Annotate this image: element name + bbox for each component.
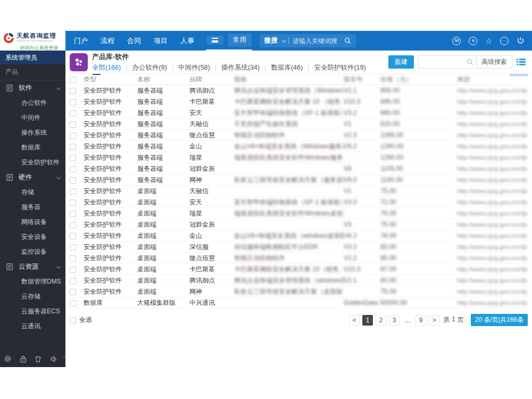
shirt-theme-icon[interactable] [34, 355, 42, 363]
tab-4[interactable]: 操作系统(34) [210, 63, 260, 74]
sidebar-item-1-2[interactable]: 中间件 [0, 110, 65, 125]
tab-2[interactable]: 办公软件(9) [121, 63, 167, 74]
table-row[interactable]: 安全防护软件桌面端深信服深信服终端检测响应平台EDRV3.280.00http:… [70, 242, 528, 253]
search-icon[interactable] [344, 37, 351, 44]
row-checkbox[interactable] [70, 200, 76, 206]
table-row[interactable]: 安全防护软件服务器端安天安天智甲终端防御系统（GF-1 标准版）V3.2880.… [70, 107, 528, 119]
nav-item-1[interactable]: 门户 [74, 36, 88, 46]
table-row[interactable]: 安全防护软件桌面端腾讯御点腾讯企业终端安全管理系统（windows版）V2.1V… [70, 275, 528, 286]
sidebar-group-3[interactable]: 云资源 [0, 259, 65, 274]
tab-5[interactable]: 数据库(46) [260, 63, 303, 74]
per-page-selector[interactable]: 20 条/页|共166条 [471, 314, 528, 326]
table-row[interactable]: 安全防护软件服务器端腾讯御点腾讯企业终端安全管理系统（Windows版）V2.1… [70, 85, 528, 96]
table-row[interactable]: 安全防护软件桌面端冠群金辰V375.00http://www.zjcg.gov.… [70, 219, 528, 230]
row-checkbox[interactable] [70, 289, 76, 295]
table-row[interactable]: 安全防护软件桌面端微点佰慧智能主动防御软件V2.285.00http://www… [70, 253, 528, 264]
chevron-down-icon[interactable] [281, 38, 286, 42]
star-icon[interactable]: ☆ [485, 37, 492, 45]
sidebar-group-2[interactable]: 硬件 [0, 170, 65, 185]
sidebar-item-2-2[interactable]: 服务器 [0, 200, 65, 214]
row-checkbox[interactable] [70, 222, 76, 228]
advanced-search-button[interactable]: 高级搜索 [476, 56, 512, 68]
sidebar-item-2-3[interactable]: 网络设备 [0, 214, 65, 229]
row-checkbox[interactable] [70, 88, 76, 94]
sidebar-item-1-1[interactable]: 办公软件 [0, 95, 65, 110]
table-row[interactable]: 安全防护软件服务器端网神私有云三级等保安全解决方案（服务器版）V6.01190.… [70, 174, 528, 186]
tab-1[interactable]: 全部(166) [92, 63, 121, 74]
row-checkbox[interactable] [70, 188, 76, 195]
sidebar-item-3-1[interactable]: 数据管理DMS [0, 274, 65, 289]
row-checkbox[interactable] [70, 121, 76, 128]
row-checkbox[interactable] [70, 166, 76, 172]
table-row[interactable]: 安全防护软件桌面端网神私有云三级等保安全解决方案（桌面版）75.00http:/… [70, 286, 528, 297]
sidebar-role-header[interactable]: 系统管理员 [0, 51, 65, 64]
search-input[interactable] [293, 37, 340, 45]
row-checkbox[interactable] [70, 211, 76, 217]
row-checkbox[interactable] [70, 233, 76, 239]
sidebar-item-3-3[interactable]: 云服务器ECS [0, 304, 65, 319]
table-search-input[interactable] [419, 56, 476, 68]
scrollbar-thumb[interactable] [510, 74, 528, 76]
power-icon[interactable] [517, 37, 525, 45]
page-button-2[interactable]: 2 [376, 315, 386, 326]
lock-icon[interactable] [20, 355, 27, 363]
row-checkbox[interactable] [70, 99, 76, 105]
messenger-m-icon[interactable]: M [452, 37, 461, 45]
row-checkbox[interactable] [70, 132, 76, 139]
list-view-icon[interactable] [517, 58, 526, 66]
table-row[interactable]: 安全防护软件服务器端冠群金辰V81105.00http://www.zjcg.g… [70, 163, 528, 174]
table-row[interactable]: 安全防护软件服务器端瑞星瑞星虚拟化系统安全软件Windows服务器版1290.0… [70, 152, 528, 163]
page-button-9[interactable]: 9 [415, 315, 426, 326]
row-checkbox[interactable] [70, 300, 76, 306]
nav-menu-button[interactable] [206, 36, 223, 45]
sidebar-item-1-5[interactable]: 安全防护软件 [0, 155, 65, 170]
table-row[interactable]: 安全防护软件服务器端卡巴斯基卡巴斯基网络安全解决方案 10 （销售…V10.38… [70, 96, 528, 107]
table-row[interactable]: 安全防护软件桌面端安天安天智甲终端防御系统（GF-1 标准版）V3.072.00… [70, 197, 528, 208]
table-row[interactable]: 安全防护软件服务器端金山金山V8+终端安全系统（Windows服务器版）V6.2… [70, 141, 528, 152]
tab-3[interactable]: 中间件(58) [167, 63, 210, 74]
select-all-checkbox[interactable] [70, 317, 76, 323]
sidebar-item-1-3[interactable]: 操作系统 [0, 125, 65, 140]
nav-favorites-tab[interactable]: 常用 [228, 34, 252, 47]
row-checkbox[interactable] [70, 144, 76, 150]
row-checkbox[interactable] [70, 278, 76, 284]
sidebar-collapse-icon[interactable]: ‹ [63, 354, 65, 360]
row-checkbox[interactable] [70, 255, 76, 262]
table-row[interactable]: 数据库大规模集群版中兴通讯GoldenData s…50000.00http:/… [70, 297, 528, 309]
search-scope-label[interactable]: 微搜 [264, 36, 278, 45]
select-all[interactable]: 全选 [70, 315, 92, 325]
sidebar-group-1[interactable]: 软件 [0, 80, 65, 95]
tab-6[interactable]: 安全防护软件(19) [303, 63, 365, 74]
gear-icon[interactable] [4, 355, 12, 363]
prev-page-button[interactable]: < [349, 315, 360, 326]
row-checkbox[interactable] [70, 244, 76, 251]
chat-e-icon[interactable]: e [469, 37, 477, 45]
speaker-icon[interactable] [50, 355, 58, 363]
table-row[interactable]: 安全防护软件桌面端金山金山V8+终端安全系统（windows桌面版）V6.276… [70, 230, 528, 242]
row-checkbox[interactable] [70, 155, 76, 161]
next-page-button[interactable]: > [429, 315, 439, 326]
more-icon[interactable]: ··· [500, 37, 509, 45]
header-checkbox[interactable] [70, 77, 76, 83]
row-checkbox[interactable] [70, 267, 76, 273]
sidebar-item-3-4[interactable]: 云通讯 [0, 319, 65, 334]
nav-item-3[interactable]: 合同 [127, 36, 141, 46]
nav-item-5[interactable]: 人事 [180, 36, 194, 46]
row-checkbox[interactable] [70, 177, 76, 184]
sidebar-item-2-1[interactable]: 存储 [0, 185, 65, 200]
sidebar-item-2-5[interactable]: 监控设备 [0, 244, 65, 259]
table-row[interactable]: 安全防护软件桌面端瑞星瑞星虚拟化系统安全软件Windows桌面版75.00htt… [70, 208, 528, 219]
nav-item-2[interactable]: 流程 [101, 36, 114, 46]
page-button-3[interactable]: 3 [389, 315, 400, 326]
nav-item-4[interactable]: 项目 [154, 36, 168, 46]
sidebar-item-1-4[interactable]: 数据库 [0, 140, 65, 155]
sidebar-item-2-4[interactable]: 安全设备 [0, 229, 65, 244]
new-button[interactable]: 新建 [388, 55, 414, 69]
sidebar-item-3-2[interactable]: 云存储 [0, 289, 65, 304]
row-checkbox[interactable] [70, 110, 76, 117]
table-row[interactable]: 安全防护软件桌面端卡巴斯基卡巴斯基网络安全解决方案 10（销售… +10…V10… [70, 264, 528, 275]
table-row[interactable]: 安全防护软件服务器端微点佰慧智能主动防御软件V2.31095.00http://… [70, 130, 528, 141]
table-row[interactable]: 安全防护软件服务器端天融信不支持国产化操作系统V1520.00http://ww… [70, 119, 528, 130]
page-button-1[interactable]: 1 [362, 315, 373, 326]
table-row[interactable]: 安全防护软件桌面端天融信V175.00http://www.zjcg.gov.c… [70, 186, 528, 197]
